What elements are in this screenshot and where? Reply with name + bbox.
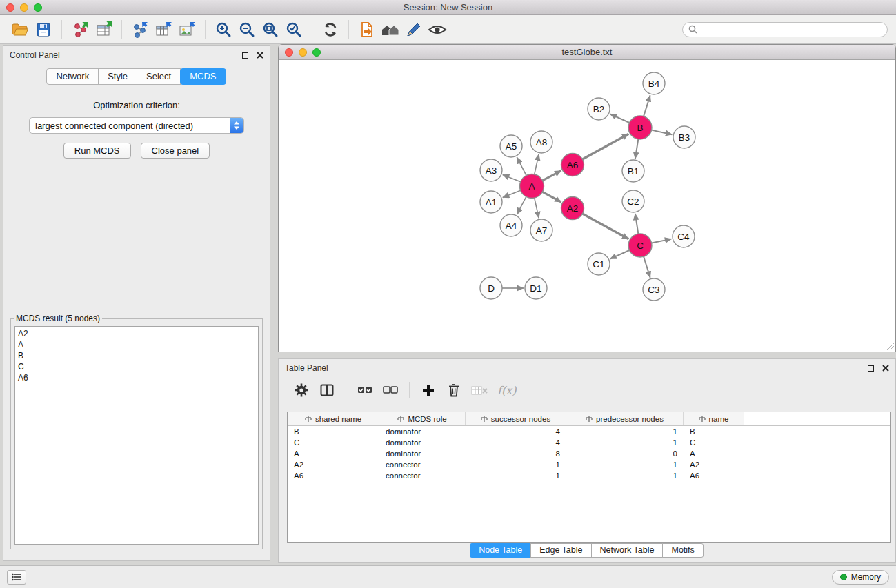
edge-B-B2[interactable] (610, 114, 629, 123)
memory-button[interactable]: Memory (832, 570, 889, 585)
tab-style[interactable]: Style (98, 68, 137, 85)
graph-node-A3[interactable]: A3 (480, 159, 502, 181)
column-header-predecessor-nodes[interactable]: predecessor nodes (566, 412, 684, 425)
tab-network-table[interactable]: Network Table (591, 543, 664, 558)
table-cell[interactable]: 1 (566, 460, 684, 469)
tab-mcds[interactable]: MCDS (180, 68, 226, 85)
zoom-out-button[interactable] (235, 19, 259, 41)
table-cell[interactable]: 1 (566, 438, 684, 447)
save-session-button[interactable] (32, 19, 55, 41)
close-panel-button[interactable]: Close panel (141, 143, 210, 159)
network-graph[interactable]: B4B2BB3A8A5A6A3B1AC2A1A2A4A7C4CC1C3DD1 (279, 60, 895, 352)
table-cell[interactable]: A2 (684, 460, 744, 469)
open-document-button[interactable] (355, 19, 379, 41)
graph-node-D1[interactable]: D1 (525, 277, 547, 299)
zoom-in-button[interactable] (212, 19, 235, 41)
close-network-button[interactable] (285, 48, 293, 57)
graph-node-C2[interactable]: C2 (622, 190, 644, 212)
table-cell[interactable]: 1 (466, 472, 566, 480)
import-network-button[interactable] (68, 19, 92, 41)
graph-node-C1[interactable]: C1 (588, 253, 610, 275)
delete-table-button[interactable] (469, 380, 490, 401)
table-cell[interactable]: connector (379, 472, 466, 480)
show-hide-button[interactable] (426, 19, 449, 41)
optimization-criterion-select[interactable]: largest connected component (directed) (29, 117, 244, 134)
table-cell[interactable]: connector (379, 460, 466, 469)
mcds-result-item[interactable]: A2 (15, 328, 258, 339)
minimize-network-button[interactable] (299, 48, 307, 57)
select-all-button[interactable] (355, 380, 375, 401)
table-row[interactable]: Bdominator41B (288, 426, 890, 437)
open-session-button[interactable] (8, 19, 32, 41)
tab-motifs[interactable]: Motifs (662, 543, 703, 558)
edge-A-A8[interactable] (535, 154, 539, 174)
edge-A-A1[interactable] (503, 190, 521, 197)
export-network-button[interactable] (128, 19, 152, 41)
edge-A-A2[interactable] (542, 192, 561, 202)
table-row[interactable]: Adominator80A (288, 448, 890, 459)
table-row[interactable]: A6connector11A6 (288, 470, 890, 481)
graph-node-C3[interactable]: C3 (643, 278, 665, 301)
close-window-button[interactable] (6, 3, 14, 12)
graph-node-A4[interactable]: A4 (500, 214, 522, 236)
edge-C-C4[interactable] (652, 239, 672, 243)
edge-A2-C[interactable] (582, 214, 628, 239)
graph-node-A5[interactable]: A5 (500, 135, 522, 157)
edge-A-A3[interactable] (503, 175, 521, 182)
task-history-button[interactable] (7, 570, 26, 585)
table-cell[interactable]: A (684, 449, 744, 458)
table-row[interactable]: A2connector11A2 (288, 459, 890, 470)
zoom-network-button[interactable] (312, 48, 321, 57)
table-cell[interactable]: dominator (379, 438, 466, 447)
table-cell[interactable]: B (288, 427, 379, 436)
graph-node-D[interactable]: D (480, 277, 502, 299)
zoom-selected-button[interactable] (282, 19, 306, 41)
edge-C-C1[interactable] (610, 250, 629, 259)
table-cell[interactable]: B (684, 427, 744, 436)
edge-A6-B[interactable] (582, 134, 628, 159)
import-table-button[interactable] (92, 19, 115, 41)
close-panel-icon[interactable] (882, 365, 889, 372)
graph-node-C4[interactable]: C4 (673, 225, 695, 247)
edge-B-B1[interactable] (635, 139, 639, 159)
refresh-button[interactable] (319, 19, 342, 41)
edge-C-C3[interactable] (644, 256, 650, 278)
table-cell[interactable]: A (288, 449, 379, 458)
mcds-result-item[interactable]: B (15, 350, 258, 361)
apply-style-button[interactable] (402, 19, 426, 41)
add-column-button[interactable] (418, 380, 439, 401)
edge-A-A7[interactable] (535, 198, 539, 218)
graph-node-B3[interactable]: B3 (673, 126, 695, 148)
graph-node-C[interactable]: C (628, 234, 652, 257)
export-table-button[interactable] (152, 19, 175, 41)
table-cell[interactable]: 4 (466, 438, 566, 447)
table-cell[interactable]: dominator (379, 427, 466, 436)
resize-grip-icon[interactable] (885, 341, 895, 351)
zoom-fit-button[interactable] (259, 19, 282, 41)
tab-network[interactable]: Network (46, 68, 99, 85)
minimize-window-button[interactable] (20, 3, 28, 12)
clear-selection-button[interactable] (380, 380, 401, 401)
table-settings-button[interactable] (291, 380, 312, 401)
table-cell[interactable]: C (684, 438, 744, 447)
edge-B-B4[interactable] (644, 95, 650, 116)
show-columns-button[interactable] (317, 380, 337, 401)
search-input[interactable] (701, 25, 882, 34)
mcds-result-list[interactable]: A2ABCA6 (14, 326, 259, 545)
mcds-result-item[interactable]: A (15, 339, 258, 350)
table-cell[interactable]: 0 (566, 449, 684, 458)
table-cell[interactable]: A6 (684, 472, 744, 480)
delete-column-button[interactable] (444, 380, 464, 401)
table-cell[interactable]: 4 (466, 427, 566, 436)
table-cell[interactable]: C (288, 438, 379, 447)
graph-node-B1[interactable]: B1 (622, 160, 644, 182)
tab-select[interactable]: Select (137, 68, 181, 85)
table-cell[interactable]: A6 (288, 472, 379, 480)
column-header-name[interactable]: name (684, 412, 744, 425)
table-cell[interactable]: dominator (379, 449, 466, 458)
edge-B-B3[interactable] (652, 130, 673, 135)
table-cell[interactable]: A2 (288, 460, 379, 469)
column-header-successor-nodes[interactable]: successor nodes (466, 412, 566, 425)
column-header-mcds-role[interactable]: MCDS role (379, 412, 466, 425)
table-cell[interactable]: 1 (566, 427, 684, 436)
